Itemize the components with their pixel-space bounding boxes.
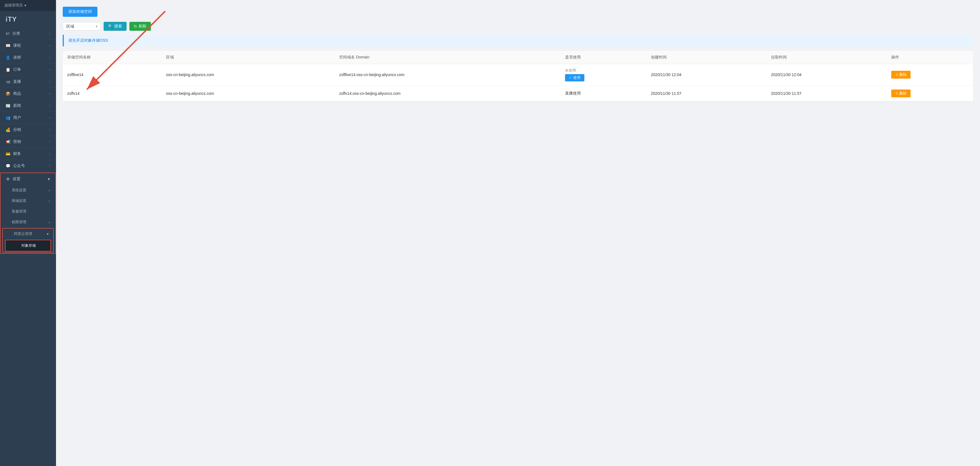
sidebar-icon-finance: 💳 (6, 152, 10, 156)
search-button[interactable]: 🔍 搜索 (103, 22, 127, 31)
permission-arrow: › (49, 220, 50, 224)
gear-icon: ⚙ (6, 177, 10, 181)
sidebar-icon-goods: 📦 (6, 92, 10, 96)
refresh-button[interactable]: ↻ 刷新 (129, 22, 151, 31)
system-settings-item[interactable]: 系统设置 › (0, 185, 56, 195)
aliyun-arrow: ▾ (47, 232, 49, 236)
sidebar-arrow-wechat: › (49, 164, 50, 168)
customer-service-label: 客服管理 (12, 209, 26, 214)
sidebar-icon-category: 🏷 (6, 31, 10, 36)
shop-settings-arrow: › (49, 199, 50, 203)
sidebar-item-order[interactable]: 📋 订单 › (0, 64, 56, 76)
col-fetch: 拉取时间 (767, 51, 887, 64)
sidebar-item-course[interactable]: 📖 课程 › (0, 40, 56, 52)
sidebar-item-news[interactable]: 📰 新闻 › (0, 100, 56, 112)
sidebar-header: 超级管理员 ▾ (0, 0, 56, 11)
cell-name-0: zsfflive14 (63, 64, 162, 86)
sidebar-arrow-user: › (49, 116, 50, 120)
customer-service-item[interactable]: 客服管理 (0, 206, 56, 217)
cell-region-0: oss-cn-beijing.aliyuncs.com (162, 64, 335, 86)
sidebar-item-left-live: 📹 直播 (6, 79, 21, 84)
cell-name-1: zsffv14 (63, 86, 162, 101)
sidebar-item-finance[interactable]: 💳 财务 › (0, 148, 56, 160)
sidebar-item-left-user: 👥 用户 (6, 115, 21, 120)
storage-table: 存储空间名称 区域 空间域名 Domain 是否使用 创建时间 拉取时间 操作 … (63, 51, 973, 101)
search-label: 搜索 (114, 24, 122, 29)
delete-button-0[interactable]: ⚠ 删除 (891, 71, 911, 79)
refresh-label: 刷新 (138, 24, 146, 29)
cell-action-0: ⚠ 删除 (887, 64, 973, 86)
sidebar-label-marketing: 营销 (13, 139, 21, 144)
aliyun-label: 阿里云管理 (14, 231, 32, 236)
sidebar-item-user[interactable]: 👥 用户 › (0, 112, 56, 124)
sidebar-item-left-finance: 💳 财务 (6, 151, 21, 156)
refresh-icon: ↻ (134, 24, 137, 29)
sidebar-icon-teacher: 👤 (6, 55, 10, 60)
sidebar-item-left-course: 📖 课程 (6, 43, 21, 48)
cell-domain-0: zsfflive14.oss-cn-beijing.aliyuncs.com (335, 64, 560, 86)
settings-menu-item[interactable]: ⚙ 设置 ▾ (0, 173, 56, 185)
sidebar-item-left-order: 📋 订单 (6, 67, 21, 72)
sidebar-item-left-wechat: 💬 公众号 (6, 163, 25, 168)
shop-settings-item[interactable]: 商城设置 › (0, 195, 56, 206)
table-header-row: 存储空间名称 区域 空间域名 Domain 是否使用 创建时间 拉取时间 操作 (63, 51, 973, 64)
sidebar-item-category[interactable]: 🏷 分类 › (0, 28, 56, 40)
sidebar-arrow-news: › (49, 104, 50, 108)
permission-item[interactable]: 权限管理 › (0, 217, 56, 227)
sidebar-label-user: 用户 (13, 115, 21, 120)
col-created: 创建时间 (646, 51, 767, 64)
settings-section: ⚙ 设置 ▾ 系统设置 › 商城设置 › 客服管理 权限管理 › 阿里云管理 ▾ (0, 173, 56, 254)
system-settings-arrow: › (49, 188, 50, 192)
sidebar-arrow-order: › (49, 68, 50, 71)
filter-bar: 区域 华北2（北京） 华东1（上海） 🔍 搜索 ↻ 刷新 (63, 22, 973, 31)
cell-status-0: 未使用 ✓ 使用 (560, 64, 646, 86)
sidebar-item-distribute[interactable]: 💰 分销 › (0, 124, 56, 136)
sidebar-item-marketing[interactable]: 📢 营销 › (0, 136, 56, 148)
sidebar-icon-distribute: 💰 (6, 128, 10, 132)
sidebar-arrow-course: › (49, 44, 50, 48)
search-icon: 🔍 (108, 24, 113, 29)
sidebar-arrow-teacher: › (49, 55, 50, 60)
sidebar-label-news: 新闻 (13, 103, 21, 108)
sidebar-item-teacher[interactable]: 👤 讲师 › (0, 52, 56, 64)
info-banner: 请先开启对象存储OSS (63, 35, 973, 46)
sidebar-label-category: 分类 (12, 31, 20, 36)
storage-table-container: 存储空间名称 区域 空间域名 Domain 是否使用 创建时间 拉取时间 操作 … (63, 51, 973, 101)
sidebar: 超级管理员 ▾ iTY 🏷 分类 › 📖 课程 › 👤 讲师 › 📋 订单 › … (0, 0, 56, 466)
sidebar-item-left-category: 🏷 分类 (6, 31, 20, 36)
permission-label: 权限管理 (12, 220, 26, 225)
dropdown-icon: ▾ (24, 3, 26, 8)
cell-status-1: 直播使用 (560, 86, 646, 101)
sidebar-item-left-distribute: 💰 分销 (6, 127, 21, 132)
use-button-0[interactable]: ✓ 使用 (565, 74, 584, 81)
sidebar-label-goods: 商品 (13, 91, 21, 96)
sidebar-arrow-distribute: › (49, 128, 50, 132)
col-status: 是否使用 (560, 51, 646, 64)
cell-fetch-0: 2020/11/30 12:04 (767, 64, 887, 86)
sidebar-label-finance: 财务 (13, 151, 21, 156)
oss-label: 对象存储 (21, 243, 36, 248)
sidebar-item-wechat[interactable]: 💬 公众号 › (0, 160, 56, 172)
sidebar-label-wechat: 公众号 (13, 163, 25, 168)
sidebar-item-goods[interactable]: 📦 商品 › (0, 88, 56, 100)
oss-active-item[interactable]: 对象存储 (5, 240, 51, 252)
sidebar-arrow-goods: › (49, 92, 50, 96)
sidebar-item-left-goods: 📦 商品 (6, 91, 21, 96)
region-select[interactable]: 区域 华北2（北京） 华东1（上海） (63, 22, 101, 30)
region-select-wrapper: 区域 华北2（北京） 华东1（上海） (63, 22, 101, 30)
sidebar-icon-marketing: 📢 (6, 139, 10, 144)
sidebar-item-live[interactable]: 📹 直播 › (0, 76, 56, 88)
aliyun-menu-item[interactable]: 阿里云管理 ▾ (3, 228, 53, 239)
col-domain: 空间域名 Domain (335, 51, 560, 64)
sidebar-item-left-marketing: 📢 营销 (6, 139, 21, 144)
nav-items: 🏷 分类 › 📖 课程 › 👤 讲师 › 📋 订单 › 📹 直播 › 📦 商品 (0, 28, 56, 172)
cell-created-0: 2020/11/30 12:04 (646, 64, 767, 86)
sidebar-label-teacher: 讲师 (13, 55, 21, 60)
sidebar-label-live: 直播 (13, 79, 21, 84)
delete-button-1[interactable]: ⚠ 删除 (891, 89, 911, 97)
aliyun-section: 阿里云管理 ▾ 对象存储 (2, 228, 54, 253)
col-action: 操作 (887, 51, 973, 64)
admin-label: 超级管理员 (5, 3, 23, 8)
ity-label: iTY (0, 11, 56, 28)
add-storage-button[interactable]: 添加存储空间 (63, 7, 97, 17)
